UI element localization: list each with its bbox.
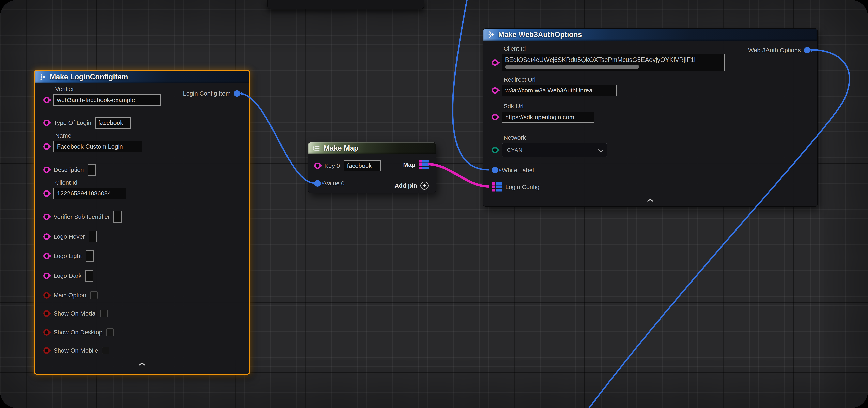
pin-row-verifier: Verifier web3auth-facebook-example — [43, 94, 161, 106]
show-on-modal-checkbox[interactable] — [100, 310, 108, 317]
node-make-web3authoptions[interactable]: Make Web3AuthOptions Web 3Auth Options C… — [483, 28, 818, 207]
verifier-field[interactable]: web3auth-facebook-example — [54, 94, 161, 106]
collapse-advanced-button[interactable] — [137, 362, 147, 367]
pin-show-on-mobile[interactable] — [43, 347, 50, 354]
logo-light-field[interactable] — [86, 250, 94, 262]
pin-sdk-url[interactable] — [492, 114, 498, 121]
pin-row-key0: Key 0 facebook — [314, 160, 380, 171]
network-dropdown-value: CYAN — [507, 147, 523, 154]
pin-client-id[interactable] — [43, 190, 50, 197]
field-scrollbar[interactable] — [505, 65, 639, 69]
field-label: White Label — [502, 167, 534, 174]
pin-row-logo-hover: Logo Hover — [43, 231, 97, 242]
output-row: Web 3Auth Options — [748, 47, 810, 54]
field-label: Show On Modal — [54, 310, 97, 317]
pin-logo-dark[interactable] — [43, 273, 50, 279]
pin-web3auth-options-out[interactable] — [804, 47, 810, 54]
node-make-loginconfigitem[interactable]: Make LoginConfigItem Login Config Item V… — [34, 70, 250, 375]
show-on-desktop-checkbox[interactable] — [106, 329, 114, 336]
pin-description[interactable] — [43, 167, 50, 173]
output-pin-label: Map — [403, 161, 415, 168]
client-id-field[interactable]: BEglQSgt4cUWcj6SKRdu5QkOXTsePmMcusG5EAoy… — [502, 54, 725, 71]
pin-client-id[interactable] — [492, 59, 498, 66]
pin-key0[interactable] — [314, 163, 321, 169]
field-label: Description — [54, 166, 84, 173]
pin-row-show-on-modal: Show On Modal — [43, 310, 108, 317]
pin-row-main-option: Main Option — [43, 292, 98, 299]
type-of-login-field[interactable]: facebook — [95, 117, 131, 129]
pin-network[interactable] — [492, 147, 498, 154]
pin-row-white-label: White Label — [492, 167, 534, 174]
pin-row-network: Network CYAN — [492, 143, 607, 158]
field-label: Show On Desktop — [54, 329, 102, 336]
pin-row-login-config: Login Config — [492, 182, 539, 192]
pin-value0[interactable] — [314, 180, 321, 186]
pin-show-on-modal[interactable] — [43, 310, 50, 317]
pin-login-config-item-out[interactable] — [234, 90, 240, 97]
node-header[interactable]: Make LoginConfigItem — [35, 71, 249, 83]
show-on-mobile-checkbox[interactable] — [102, 347, 110, 354]
client-id-value: BEglQSgt4cUWcj6SKRdu5QkOXTsePmMcusG5EAoy… — [505, 56, 722, 64]
make-struct-icon — [487, 31, 495, 38]
pin-row-client-id: Client Id BEglQSgt4cUWcj6SKRdu5QkOXTsePm… — [492, 54, 725, 71]
pin-redirect-url[interactable] — [492, 87, 498, 94]
pin-row-logo-light: Logo Light — [43, 250, 94, 262]
pin-logo-hover[interactable] — [43, 233, 50, 240]
name-field[interactable]: Facebook Custom Login — [54, 141, 142, 152]
verifier-sub-identifier-field[interactable] — [114, 211, 122, 223]
logo-dark-field[interactable] — [85, 270, 93, 282]
field-label: Client Id — [55, 179, 78, 186]
field-label: Logo Dark — [54, 272, 82, 279]
field-label: Redirect Url — [503, 76, 535, 83]
field-label: Login Config — [505, 183, 539, 190]
redirect-url-field[interactable]: w3a://com.w3a.Web3AuthUnreal — [502, 85, 617, 96]
description-field[interactable] — [88, 164, 96, 176]
node-header[interactable]: Make Map — [308, 142, 436, 154]
field-label: Value 0 — [324, 180, 345, 187]
collapse-advanced-button[interactable] — [646, 198, 655, 203]
pin-row-show-on-mobile: Show On Mobile — [43, 347, 110, 354]
pin-row-verifier-sub-identifier: Verifier Sub Identifier — [43, 211, 122, 223]
field-label: Logo Light — [54, 252, 82, 260]
chevron-down-icon — [598, 147, 603, 152]
field-label: Verifier — [55, 86, 74, 93]
field-label: Verifier Sub Identifier — [54, 213, 110, 220]
pin-map-out[interactable] — [418, 160, 429, 169]
node-title: Make LoginConfigItem — [50, 73, 128, 81]
blueprint-editor-screen: Make LoginConfigItem Login Config Item V… — [0, 0, 868, 408]
pin-row-sdk-url: Sdk Url https://sdk.openlogin.com — [492, 111, 594, 123]
pin-login-config[interactable] — [492, 182, 502, 192]
field-label: Logo Hover — [54, 233, 85, 240]
pin-white-label[interactable] — [492, 167, 498, 173]
node-partial-top[interactable] — [268, 0, 424, 9]
add-pin-button[interactable]: Add pin — [395, 181, 429, 190]
client-id-field[interactable]: 1222658941886084 — [54, 188, 126, 199]
main-option-checkbox[interactable] — [90, 292, 98, 299]
pin-verifier[interactable] — [43, 97, 50, 103]
node-header[interactable]: Make Web3AuthOptions — [483, 29, 817, 41]
pin-show-on-desktop[interactable] — [43, 329, 50, 336]
pin-name[interactable] — [43, 143, 50, 150]
pin-row-name: Name Facebook Custom Login — [43, 141, 142, 152]
output-row: Map — [403, 160, 429, 169]
field-label: Type Of Login — [54, 120, 91, 126]
key0-field[interactable]: facebook — [344, 160, 380, 171]
pin-row-description: Description — [43, 164, 96, 176]
pin-row-logo-dark: Logo Dark — [43, 270, 93, 282]
pin-verifier-sub-identifier[interactable] — [43, 213, 50, 220]
pin-row-type-of-login: Type Of Login facebook — [43, 117, 131, 129]
pin-main-option[interactable] — [43, 292, 50, 299]
sdk-url-field[interactable]: https://sdk.openlogin.com — [502, 111, 594, 123]
node-make-map[interactable]: Make Map Key 0 facebook Map Value 0 Add … — [308, 142, 436, 194]
network-dropdown[interactable]: CYAN — [502, 143, 607, 158]
field-label: Key 0 — [324, 162, 340, 169]
logo-hover-field[interactable] — [89, 231, 97, 242]
field-label: Main Option — [54, 292, 86, 299]
add-pin-label: Add pin — [395, 182, 417, 189]
field-label: Network — [503, 134, 526, 141]
node-title: Make Map — [323, 144, 359, 152]
pin-type-of-login[interactable] — [43, 120, 50, 126]
pin-logo-light[interactable] — [43, 253, 50, 259]
make-struct-icon — [39, 73, 46, 80]
pin-row-show-on-desktop: Show On Desktop — [43, 329, 114, 336]
